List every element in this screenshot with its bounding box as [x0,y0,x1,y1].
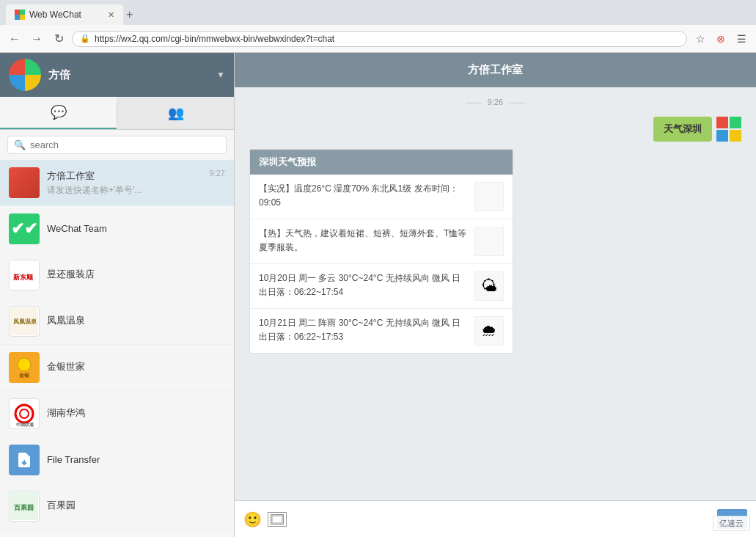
weather-icon-box [474,182,504,211]
dropdown-arrow-icon[interactable]: ▼ [216,70,225,80]
avatar-q1 [9,59,25,75]
list-item[interactable]: 新东顺 昱还服装店 [0,252,234,299]
svg-rect-3 [20,15,25,20]
lock-icon: 🔒 [80,34,90,43]
bookmark-icon[interactable]: ☆ [691,30,709,48]
screenshot-icon [271,514,284,525]
ms-logo-green [730,117,741,128]
chat-main: 方倍工作室 9:26 天气深圳 [235,53,756,537]
svg-point-9 [18,358,31,371]
chat-messages: 9:26 天气深圳 [235,87,756,500]
chat-list: 方倍工作室 请发送快递名称+'单号'... 9:27 ✔✔ WeChat Tea… [0,160,234,537]
search-input[interactable] [30,139,220,150]
sidebar: 方倍 ▼ 💬 👥 🔍 [0,53,235,537]
chat-avatar: 百果园 [9,491,40,522]
screenshot-button[interactable] [268,512,287,527]
chat-avatar: 凤凰温泉 [9,306,40,337]
svg-rect-0 [15,10,20,15]
username-label: 方倍 [48,68,209,82]
chat-input-bar: 🙂 S [235,500,756,537]
chat-name: 湖南华鸿 [47,406,225,420]
search-inner: 🔍 [7,136,227,154]
chat-avatar: 中国联通 [9,398,40,429]
weather-icon-box [474,227,504,256]
chat-name: File Transfer [47,454,225,465]
list-item[interactable]: ✔✔ WeChat Team [0,206,234,252]
sidebar-nav: 💬 👥 [0,97,234,130]
stop-icon[interactable]: ⊗ [712,30,730,48]
chat-title-bar: 方倍工作室 [235,53,756,87]
watermark: 亿速云 [713,516,750,531]
svg-rect-19 [272,516,282,523]
chat-info: WeChat Team [47,223,225,235]
weather-card-header: 深圳天气预报 [250,150,513,175]
active-tab[interactable]: Web WeChat ✕ [6,4,123,25]
chat-name: 方倍工作室 [47,169,225,183]
svg-text:百果园: 百果园 [14,504,34,511]
sent-message-text: 天气深圳 [664,123,702,134]
weather-text: 10月21日 周二 阵雨 30°C~24°C 无持续风向 微风 日出日落：06:… [259,316,467,344]
weather-card-title: 深圳天气预报 [259,156,316,167]
sidebar-header: 方倍 ▼ [0,53,234,97]
contacts-icon: 👥 [168,105,184,121]
chat-info: 方倍工作室 请发送快递名称+'单号'... [47,169,225,197]
weather-card: 深圳天气预报 【实况】温度26°C 湿度70% 东北风1级 发布时间：09:05… [249,149,513,354]
list-item[interactable]: 方倍工作室 请发送快递名称+'单号'... 9:27 [0,160,234,206]
forward-button[interactable]: → [28,30,45,48]
svg-text:中国联通: 中国联通 [16,422,34,427]
weather-text: 10月20日 周一 多云 30°C~24°C 无持续风向 微风 日出日落：06:… [259,271,467,299]
new-tab-button[interactable]: + [126,9,133,21]
url-bar[interactable]: 🔒 https://wx2.qq.com/cgi-bin/mmwebwx-bin… [72,31,687,47]
svg-rect-1 [20,10,25,15]
avatar-q3 [9,75,25,91]
browser-chrome: Web WeChat ✕ + ← → ↻ 🔒 https://wx2.qq.co… [0,0,756,53]
list-item[interactable]: 百果园 百果园 [0,483,234,530]
message-input[interactable] [293,514,711,525]
search-icon: 🔍 [14,139,26,150]
chat-icon: 💬 [51,104,67,120]
tab-close-button[interactable]: ✕ [108,10,114,20]
message-timestamp: 9:26 [249,98,741,106]
rain-icon: 🌧 [481,321,497,340]
svg-text:新东顺: 新东顺 [13,273,34,281]
weather-entry: 【实况】温度26°C 湿度70% 东北风1级 发布时间：09:05 [250,175,513,219]
microsoft-logo [716,117,741,142]
avatar-q2 [25,59,41,75]
weather-entry: 【热】天气热，建议着短裙、短裤、短薄外套、T恤等夏季服装。 [250,219,513,264]
weather-text: 【热】天气热，建议着短裙、短裤、短薄外套、T恤等夏季服装。 [259,227,467,255]
ms-logo-red [716,117,728,128]
message-row-sent: 天气深圳 [249,117,741,142]
emoji-button[interactable]: 🙂 [243,511,262,528]
search-box: 🔍 [0,130,234,160]
list-item[interactable]: 凤凰温泉 凤凰温泉 [0,299,234,345]
address-bar: ← → ↻ 🔒 https://wx2.qq.com/cgi-bin/mmweb… [0,25,756,53]
chat-info: 湖南华鸿 [47,406,225,421]
list-item[interactable]: File Transfer [0,437,234,483]
chat-info: 凤凰温泉 [47,314,225,329]
partly-cloudy-icon: 🌤 [481,277,497,296]
browser-actions: ☆ ⊗ ☰ [691,30,750,48]
chat-info: 金银世家 [47,360,225,375]
tab-favicon-icon [15,10,25,20]
tab-contacts[interactable]: 👥 [117,97,234,129]
svg-rect-2 [15,15,20,20]
tab-chat[interactable]: 💬 [0,97,117,129]
avatar [9,59,41,91]
chat-info: 百果园 [47,499,225,514]
ms-logo-blue [716,130,728,142]
back-button[interactable]: ← [6,30,23,48]
timestamp-text: 9:26 [488,98,503,106]
message-row-received: 深圳天气预报 【实况】温度26°C 湿度70% 东北风1级 发布时间：09:05… [249,149,741,354]
refresh-button[interactable]: ↻ [50,30,67,48]
chat-time: 9:27 [210,169,225,178]
tab-bar: Web WeChat ✕ + [0,0,756,25]
menu-icon[interactable]: ☰ [733,30,750,48]
chat-info: File Transfer [47,454,225,467]
chat-title: 方倍工作室 [468,63,523,76]
svg-text:金银: 金银 [18,372,30,378]
list-item[interactable]: 中国联通 湖南华鸿 [0,391,234,437]
list-item[interactable]: 金银 金银世家 [0,345,234,391]
chat-name: 昱还服装店 [47,268,225,281]
chat-name: 金银世家 [47,360,225,373]
chat-avatar: 新东顺 [9,260,40,291]
